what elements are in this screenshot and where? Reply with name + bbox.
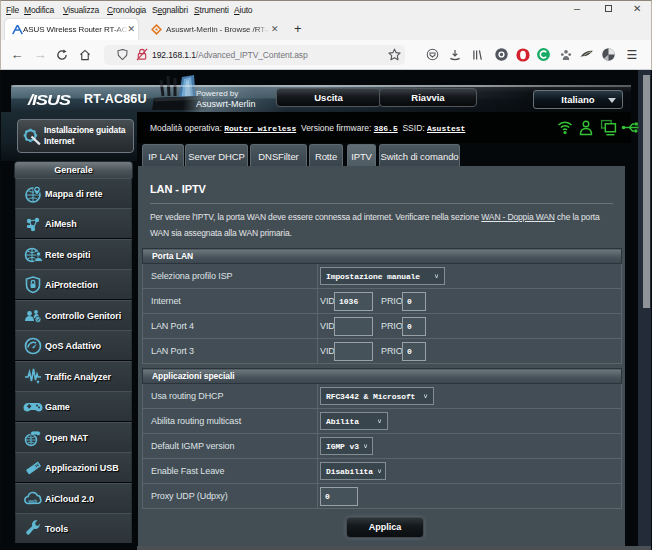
svg-text:web: web xyxy=(28,499,38,504)
